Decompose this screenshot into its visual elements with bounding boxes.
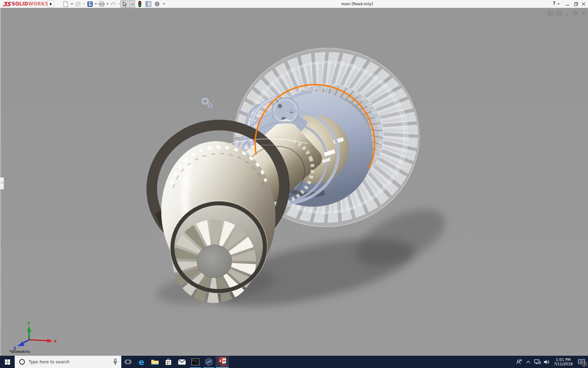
graphics-viewport[interactable]: Y X Z *Dimetric <box>0 8 588 356</box>
window-title: main [Read-only] <box>320 0 394 8</box>
doc-minimize-icon[interactable] <box>565 11 569 15</box>
start-button[interactable] <box>0 356 15 368</box>
taskbar-hexagon-app-button[interactable] <box>202 356 216 368</box>
tray-overflow-button[interactable] <box>524 356 533 368</box>
view-orientation-label: *Dimetric <box>9 349 30 354</box>
document-window-controls <box>548 11 586 15</box>
logo-text-works: WORKS <box>28 1 48 7</box>
store-icon <box>165 358 172 366</box>
select-caret[interactable] <box>131 4 134 5</box>
minimize-button[interactable] <box>566 2 570 7</box>
barrel-rings <box>224 97 350 217</box>
feature-list-icon <box>145 1 151 7</box>
panel-tab-handle-icon <box>1 182 3 184</box>
network-icon <box>534 359 541 365</box>
inlet-assembly <box>167 197 270 303</box>
hub-plumbing <box>202 92 311 148</box>
status-light-icon <box>138 1 141 7</box>
volume-button[interactable] <box>542 356 551 368</box>
speaker-icon <box>544 359 550 365</box>
open-button <box>75 1 82 7</box>
menu-expand-button[interactable] <box>47 1 54 7</box>
pane-right-icon[interactable] <box>556 11 561 15</box>
close-button[interactable] <box>582 2 586 7</box>
select-cursor-icon <box>123 2 127 7</box>
print-caret[interactable] <box>106 3 109 5</box>
save-button[interactable] <box>87 1 93 7</box>
ds-logo-icon: ƷS <box>2 1 11 7</box>
windows-taskbar: Type here to search e <box>0 356 588 368</box>
accessory-gearbox <box>272 98 308 132</box>
taskbar-store-button[interactable] <box>162 356 175 368</box>
taskbar-mail-button[interactable] <box>175 356 189 368</box>
command-prompt-icon: C:\_ <box>191 358 199 365</box>
nozzle-outer-ring <box>136 109 313 266</box>
fan-section <box>222 36 431 239</box>
people-button[interactable] <box>514 356 524 368</box>
close-icon <box>582 2 586 6</box>
options-caret[interactable] <box>163 3 165 5</box>
orientation-triad: Y X Z <box>13 321 57 351</box>
clock-date: 7/11/2018 <box>552 362 574 366</box>
help-caret[interactable] <box>557 3 560 5</box>
expand-arrow-icon <box>50 2 52 6</box>
new-document-caret[interactable] <box>71 3 73 5</box>
save-caret[interactable] <box>95 3 97 5</box>
selected-edge-highlight[interactable] <box>255 85 375 168</box>
microphone-icon[interactable] <box>113 358 118 365</box>
people-icon <box>516 359 522 365</box>
search-input[interactable]: Type here to search <box>15 356 121 368</box>
file-explorer-icon <box>151 359 159 365</box>
network-button[interactable] <box>533 356 542 368</box>
select-tool-button[interactable] <box>120 0 135 8</box>
task-view-button[interactable] <box>121 356 135 368</box>
taskbar-solidworks-button[interactable]: S W 2017 <box>216 356 229 368</box>
open-caret <box>83 3 85 5</box>
new-document-button[interactable] <box>62 1 69 7</box>
new-document-icon <box>63 1 68 7</box>
notification-count-badge: 3 <box>582 362 587 366</box>
jet-engine-model: Y X Z <box>0 0 588 368</box>
help-button[interactable]: ? <box>553 1 556 6</box>
cortana-icon <box>19 359 25 365</box>
nozzle-chrome-shell <box>155 136 281 292</box>
titlebar: ƷS SOLID WORKS <box>0 0 588 8</box>
taskbar-cmd-button[interactable]: C:\_ <box>189 356 202 368</box>
restore-button[interactable] <box>574 2 578 7</box>
undo-icon <box>110 2 116 6</box>
undo-caret <box>118 3 120 5</box>
pane-left-icon[interactable] <box>548 11 553 15</box>
fan-hub <box>253 91 373 207</box>
edge-icon: e <box>139 358 144 366</box>
doc-restore-icon[interactable] <box>573 11 578 15</box>
system-tray: 1:01 PM 7/11/2018 3 <box>514 356 588 368</box>
solidworks-2017-icon: S W 2017 <box>218 357 226 366</box>
doc-close-icon[interactable] <box>581 11 586 15</box>
options-gear-button[interactable] <box>154 1 160 7</box>
hexagon-app-icon <box>205 358 213 366</box>
clock-time: 1:01 PM <box>552 358 574 362</box>
task-view-icon <box>125 359 131 365</box>
core-barrel <box>218 115 326 220</box>
save-icon <box>87 1 93 7</box>
panel-collapse-tab[interactable] <box>0 177 4 190</box>
select-caret-divider <box>130 1 130 7</box>
action-center-button[interactable]: 3 <box>575 356 588 368</box>
windows-logo-icon <box>5 359 10 365</box>
taskbar-edge-button[interactable]: e <box>135 356 148 368</box>
taskbar-clock[interactable]: 1:01 PM 7/11/2018 <box>552 358 574 366</box>
search-placeholder: Type here to search <box>29 359 70 364</box>
feature-list-button[interactable] <box>145 1 152 7</box>
options-gear-icon <box>154 1 160 7</box>
open-folder-icon <box>75 2 81 7</box>
chevron-up-icon <box>526 361 530 363</box>
taskbar-file-explorer-button[interactable] <box>148 356 162 368</box>
restore-icon <box>574 2 578 6</box>
logo-text-solid: SOLID <box>12 1 28 7</box>
mail-icon <box>178 359 186 365</box>
print-button[interactable] <box>98 1 105 7</box>
print-icon <box>99 1 105 7</box>
drop-shadow <box>155 197 454 320</box>
triad-x-label: X <box>54 339 57 343</box>
status-light-button[interactable] <box>136 1 143 7</box>
